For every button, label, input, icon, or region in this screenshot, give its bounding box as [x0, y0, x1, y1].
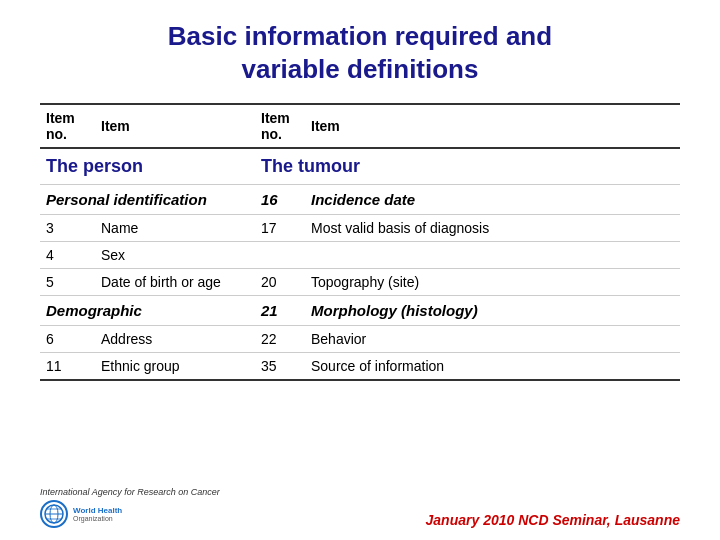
header-col1: Item no.: [40, 104, 95, 148]
subsection2-label: Demographic: [40, 296, 255, 326]
who-icon: [40, 500, 68, 528]
header-col3: Item no.: [255, 104, 305, 148]
subsection2-row: Demographic 21 Morphology (histology): [40, 296, 680, 326]
row-no2: [255, 242, 305, 269]
row-item2: Topography (site): [305, 269, 680, 296]
row-item: Name: [95, 215, 255, 242]
section-right: The tumour: [255, 148, 680, 185]
table-row: 6 Address 22 Behavior: [40, 326, 680, 353]
subsection2-no2: 21: [255, 296, 305, 326]
seminar-label: January 2010 NCD Seminar, Lausanne: [426, 512, 680, 528]
row-item2: [305, 242, 680, 269]
iarc-label: International Agency for Research on Can…: [40, 487, 220, 497]
row-no: 3: [40, 215, 95, 242]
row-item2: Source of information: [305, 353, 680, 381]
row-no: 4: [40, 242, 95, 269]
subsection1-item2: Incidence date: [305, 185, 680, 215]
who-text: World Health Organization: [73, 506, 122, 522]
who-logo: World Health Organization: [40, 500, 220, 528]
row-item: Ethnic group: [95, 353, 255, 381]
main-table: Item no. Item Item no. Item The person T…: [40, 103, 680, 381]
table-row: 3 Name 17 Most valid basis of diagnosis: [40, 215, 680, 242]
subsection2-item2: Morphology (histology): [305, 296, 680, 326]
row-item: Address: [95, 326, 255, 353]
footer: International Agency for Research on Can…: [40, 479, 680, 528]
row-no: 6: [40, 326, 95, 353]
subsection1-row: Personal identification 16 Incidence dat…: [40, 185, 680, 215]
page-title: Basic information required and variable …: [40, 20, 680, 85]
header-col4: Item: [305, 104, 680, 148]
subsection1-label: Personal identification: [40, 185, 255, 215]
table-row: 11 Ethnic group 35 Source of information: [40, 353, 680, 381]
footer-left: International Agency for Research on Can…: [40, 487, 220, 528]
row-no2: 20: [255, 269, 305, 296]
row-item2: Most valid basis of diagnosis: [305, 215, 680, 242]
row-no: 11: [40, 353, 95, 381]
row-no2: 17: [255, 215, 305, 242]
row-no2: 22: [255, 326, 305, 353]
section-header-row: The person The tumour: [40, 148, 680, 185]
page: Basic information required and variable …: [0, 0, 720, 540]
row-item2: Behavior: [305, 326, 680, 353]
row-item: Date of birth or age: [95, 269, 255, 296]
row-no: 5: [40, 269, 95, 296]
section-left: The person: [40, 148, 255, 185]
header-col2: Item: [95, 104, 255, 148]
row-no2: 35: [255, 353, 305, 381]
table-row: 5 Date of birth or age 20 Topography (si…: [40, 269, 680, 296]
subsection1-no2: 16: [255, 185, 305, 215]
table-row: 4 Sex: [40, 242, 680, 269]
row-item: Sex: [95, 242, 255, 269]
